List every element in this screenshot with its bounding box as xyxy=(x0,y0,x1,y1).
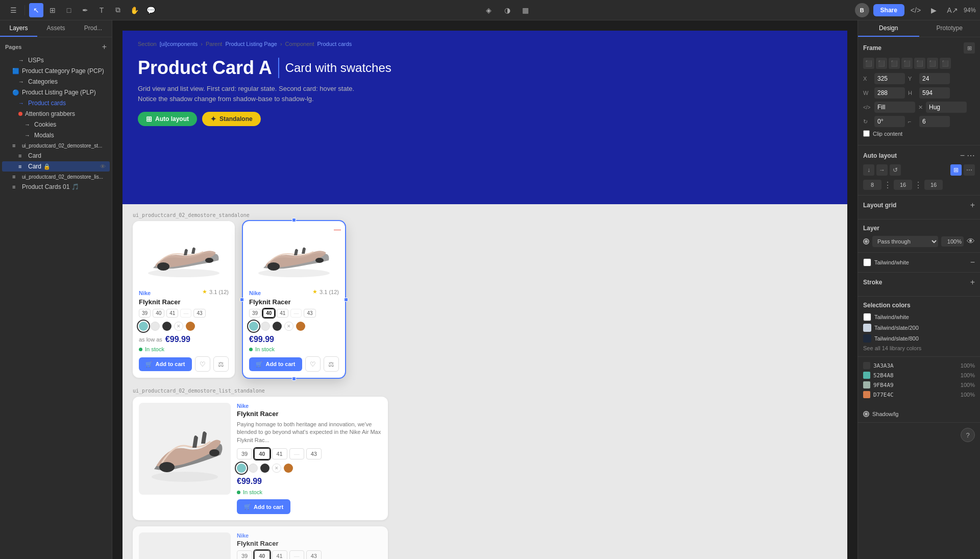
hand-tool[interactable]: ✋ xyxy=(127,3,141,17)
comment-tool[interactable]: 💬 xyxy=(143,3,158,17)
padding-16b-input[interactable] xyxy=(924,180,943,190)
size-39[interactable]: 39 xyxy=(237,448,252,459)
padding-16-input[interactable] xyxy=(894,180,912,190)
share-button[interactable]: Share xyxy=(873,4,904,16)
blend-mode-select[interactable]: Pass through xyxy=(872,236,938,247)
resize-handle-right[interactable] xyxy=(344,298,348,302)
size-43[interactable]: 43 xyxy=(306,550,322,559)
size-43[interactable]: 43 xyxy=(193,309,205,318)
layer-radio-btn[interactable] xyxy=(863,238,869,245)
fill-swatch[interactable] xyxy=(863,258,871,266)
spacing-8-input[interactable] xyxy=(863,180,881,190)
rotation-input[interactable] xyxy=(874,116,905,127)
component-icon[interactable]: ◈ xyxy=(482,3,496,17)
list-card-1[interactable]: Nike Flyknit Racer Paying homage to both… xyxy=(133,397,388,520)
standalone-badge[interactable]: ✦ Standalone xyxy=(202,112,261,126)
size-41[interactable]: 41 xyxy=(272,550,287,559)
size-40[interactable]: 40 xyxy=(254,550,270,559)
layer-card2[interactable]: ≡ Card 🔒 👁 xyxy=(2,161,110,172)
text-tool[interactable]: T xyxy=(94,3,109,17)
wishlist-btn[interactable]: ♡ xyxy=(195,356,210,372)
color-white[interactable] xyxy=(151,322,160,331)
code-view-btn[interactable]: </> xyxy=(909,3,923,17)
frame-tool[interactable]: ⊞ xyxy=(45,3,60,17)
direction-right-btn[interactable]: → xyxy=(876,164,888,176)
sel-color-swatch-2[interactable] xyxy=(863,334,871,343)
color-orange[interactable] xyxy=(296,322,305,331)
color-teal[interactable] xyxy=(249,322,258,331)
layer-categories[interactable]: → Categories xyxy=(2,77,110,87)
size-40[interactable]: 40 xyxy=(153,309,164,318)
play-btn[interactable]: ▶ xyxy=(927,3,941,17)
help-btn[interactable]: ? xyxy=(961,428,975,442)
color-white[interactable] xyxy=(249,464,258,473)
color-x[interactable]: ✕ xyxy=(272,464,281,473)
layer-cookies[interactable]: → Cookies xyxy=(2,119,110,130)
tab-design[interactable]: Design xyxy=(858,20,919,37)
size-39[interactable]: 39 xyxy=(237,550,252,559)
hex-swatch-2[interactable] xyxy=(863,381,870,388)
product-card-regular[interactable]: Nike ★ 3.1 (12) Flyknit Racer 39 40 41 xyxy=(133,221,235,378)
remove-fill-btn[interactable]: − xyxy=(970,258,975,267)
tab-assets[interactable]: Assets xyxy=(37,20,75,37)
clip-content-checkbox[interactable] xyxy=(863,130,870,137)
align-left-btn[interactable]: ⬛ xyxy=(863,58,874,69)
tab-layers[interactable]: Layers xyxy=(0,20,37,37)
color-x[interactable]: ✕ xyxy=(174,322,183,331)
tab-prod[interactable]: Prod... xyxy=(75,20,112,37)
auto-layout-more-btn[interactable]: ⋯ xyxy=(967,151,975,160)
size-43[interactable]: 43 xyxy=(306,448,322,459)
hug-input[interactable] xyxy=(926,102,967,113)
opacity-input[interactable] xyxy=(941,236,964,247)
add-page-btn[interactable]: + xyxy=(102,42,107,52)
h-input[interactable] xyxy=(919,87,950,99)
align-active-btn[interactable]: ⊞ xyxy=(950,164,962,176)
list-add-to-cart-btn[interactable]: 🛒 Add to cart xyxy=(237,499,290,514)
auto-layout-badge[interactable]: ⊞ Auto layout xyxy=(138,112,197,126)
add-grid-btn[interactable]: + xyxy=(970,201,975,210)
compare-btn[interactable]: ⚖ xyxy=(213,356,229,372)
layer-modals[interactable]: → Modals xyxy=(2,130,110,140)
layer-usps[interactable]: → USPs xyxy=(2,55,110,65)
move-tool[interactable]: ↖ xyxy=(29,3,43,17)
size-blank[interactable]: — xyxy=(289,550,304,559)
tab-prototype[interactable]: Prototype xyxy=(919,20,981,37)
color-black[interactable] xyxy=(273,322,282,331)
corner-input[interactable] xyxy=(919,116,950,127)
size-blank[interactable]: — xyxy=(180,309,191,318)
align-bottom-btn[interactable]: ⬛ xyxy=(927,58,938,69)
layer-ui-demo1[interactable]: ≡ ui_productcard_02_demostore_st... xyxy=(2,141,110,150)
hex-swatch-3[interactable] xyxy=(863,391,870,398)
align-right-btn[interactable]: ⬛ xyxy=(889,58,900,69)
product-card-hover[interactable]: — xyxy=(243,221,345,378)
add-stroke-btn[interactable]: + xyxy=(970,278,975,287)
compare-btn[interactable]: ⚖ xyxy=(324,356,339,372)
layer-pcp[interactable]: 🟦 Product Category Page (PCP) xyxy=(2,66,110,76)
canvas[interactable]: Section [ui]components › Parent Product … xyxy=(112,20,857,559)
align-middle-btn[interactable]: ⬛ xyxy=(914,58,925,69)
color-teal[interactable] xyxy=(139,322,148,331)
hex-swatch-1[interactable] xyxy=(863,372,870,379)
sel-color-swatch-0[interactable] xyxy=(863,313,871,321)
size-blank[interactable]: — xyxy=(289,448,304,459)
w-input[interactable] xyxy=(874,87,905,99)
size-41[interactable]: 41 xyxy=(272,448,287,459)
size-39[interactable]: 39 xyxy=(139,309,151,318)
size-39[interactable]: 39 xyxy=(249,309,261,318)
align-top-btn[interactable]: ⬛ xyxy=(901,58,913,69)
color-orange[interactable] xyxy=(186,322,195,331)
color-x[interactable]: ✕ xyxy=(284,322,293,331)
sel-color-swatch-1[interactable] xyxy=(863,324,871,332)
layer-product-cards[interactable]: → Product cards xyxy=(2,98,110,108)
wishlist-btn[interactable]: ♡ xyxy=(305,356,321,372)
layer-plp[interactable]: 🔵 Product Listing Page (PLP) xyxy=(2,87,110,98)
color-black[interactable] xyxy=(260,464,270,473)
visibility-btn[interactable]: 👁 xyxy=(967,237,975,246)
x-input[interactable] xyxy=(874,73,905,84)
grid-icon[interactable]: ▦ xyxy=(519,3,533,17)
list-card-2[interactable]: Nike Flyknit Racer 39 40 41 — 43 xyxy=(133,526,388,559)
y-input[interactable] xyxy=(919,73,950,84)
direction-down-btn[interactable]: ↓ xyxy=(863,164,874,176)
resize-icon-btn[interactable]: ⊞ xyxy=(964,42,975,54)
add-to-cart-btn[interactable]: 🛒 Add to cart xyxy=(139,357,192,371)
